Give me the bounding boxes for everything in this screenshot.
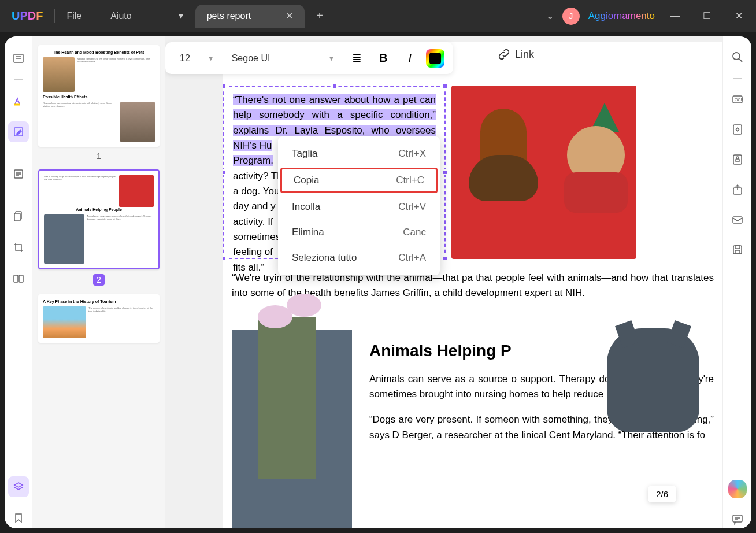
tab-list-dropdown[interactable]: ▾	[172, 8, 190, 25]
svg-rect-4	[14, 213, 20, 221]
close-button[interactable]: ✕	[727, 8, 750, 25]
pages-tool[interactable]	[8, 206, 29, 227]
color-picker-button[interactable]	[426, 49, 444, 68]
app-logo: UPDF	[12, 9, 43, 23]
share-icon[interactable]	[728, 180, 747, 199]
chevron-down-icon[interactable]: ⌄	[546, 10, 554, 21]
ctx-paste[interactable]: Incolla Ctrl+V	[278, 194, 440, 220]
context-menu: Taglia Ctrl+X Copia Ctrl+C Incolla Ctrl+…	[278, 136, 440, 275]
link-label: Link	[515, 49, 534, 61]
ctx-copy[interactable]: Copia Ctrl+C	[280, 168, 438, 193]
align-button[interactable]: ≣	[346, 48, 367, 69]
chevron-down-icon: ▼	[207, 54, 214, 62]
thumbnail-page-3[interactable]: A Key Phase in the History of Tourism Th…	[38, 294, 160, 343]
email-icon[interactable]	[728, 210, 747, 229]
cat-flowers-image	[232, 330, 352, 528]
comment-icon[interactable]	[728, 510, 747, 528]
svg-rect-12	[736, 159, 739, 162]
bookmark-tool[interactable]	[8, 508, 29, 528]
thumb-title: Animals Helping People	[44, 207, 154, 212]
crop-tool[interactable]	[8, 237, 29, 258]
font-name-value: Segoe UI	[232, 53, 270, 64]
thumbnail-page-2[interactable]: NIH is funding large-scale surveys to fi…	[38, 169, 160, 269]
svg-rect-14	[733, 217, 742, 223]
highlight-tool[interactable]	[8, 90, 29, 111]
maximize-button[interactable]: ☐	[695, 8, 718, 25]
svg-rect-15	[733, 246, 742, 254]
document-tab[interactable]: pets report ✕	[195, 5, 305, 28]
protect-icon[interactable]	[728, 150, 747, 169]
thumb-title: A Key Phase in the History of Tourism	[43, 299, 155, 304]
close-icon[interactable]: ✕	[286, 10, 293, 21]
svg-rect-6	[19, 275, 23, 282]
document-area: 12 ▼ Segoe UI ▼ ≣ B I Link	[165, 36, 722, 528]
svg-rect-18	[733, 515, 742, 522]
user-avatar[interactable]: J	[562, 8, 580, 25]
svg-rect-10	[733, 125, 742, 134]
add-tab-button[interactable]: +	[316, 9, 323, 23]
ocr-icon[interactable]: OCR	[728, 90, 747, 109]
ctx-cut[interactable]: Taglia Ctrl+X	[278, 141, 440, 166]
font-size-value: 12	[180, 53, 190, 64]
organize-tool[interactable]	[8, 164, 29, 184]
thumbnail-page-1[interactable]: The Health and Mood-Boosting Benefits of…	[38, 45, 160, 147]
compare-tool[interactable]	[8, 268, 29, 289]
page-number-1: 1	[38, 151, 160, 161]
svg-rect-16	[735, 246, 740, 249]
convert-icon[interactable]	[728, 120, 747, 139]
right-toolbar: OCR	[722, 36, 751, 528]
titlebar: UPDF File Aiuto ▾ pets report ✕ + ⌄ J Ag…	[0, 0, 756, 32]
text-format-toolbar: 12 ▼ Segoe UI ▼ ≣ B I	[165, 42, 453, 74]
thumb-subtitle: Possible Health Effects	[43, 94, 155, 99]
menu-help[interactable]: Aiuto	[110, 11, 131, 21]
search-icon[interactable]	[728, 48, 747, 66]
font-family-select[interactable]: Segoe UI ▼	[226, 53, 341, 64]
ctx-delete[interactable]: Elimina Canc	[278, 220, 440, 245]
dogs-christmas-image	[451, 86, 636, 259]
menu-file[interactable]: File	[66, 11, 81, 21]
upgrade-button[interactable]: Aggiornamento	[588, 10, 655, 22]
ai-icon[interactable]	[728, 480, 747, 498]
bold-button[interactable]: B	[373, 48, 394, 69]
chevron-down-icon: ▼	[328, 54, 335, 62]
svg-rect-17	[735, 250, 740, 254]
tab-title: pets report	[207, 11, 251, 21]
page-number-2: 2	[93, 274, 105, 286]
svg-rect-5	[14, 275, 18, 282]
page-content: “There's not one answer about how a pet …	[223, 42, 722, 528]
ctx-select-all[interactable]: Seleziona tutto Ctrl+A	[278, 245, 440, 271]
thumbnails-panel: The Health and Mood-Boosting Benefits of…	[32, 36, 165, 528]
minimize-button[interactable]: —	[664, 8, 687, 25]
link-tool[interactable]: Link	[498, 48, 534, 61]
save-icon[interactable]	[728, 240, 747, 259]
italic-button[interactable]: I	[399, 48, 420, 69]
thumb-title: The Health and Mood-Boosting Benefits of…	[43, 50, 155, 55]
svg-text:OCR: OCR	[735, 98, 744, 102]
reader-tool[interactable]	[8, 48, 29, 69]
svg-point-7	[733, 53, 740, 60]
layers-tool[interactable]	[8, 476, 29, 497]
page-indicator[interactable]: 2/6	[648, 486, 676, 502]
edit-tool[interactable]	[8, 121, 29, 142]
link-icon	[498, 48, 510, 61]
left-toolbar	[5, 36, 32, 528]
font-size-select[interactable]: 12 ▼	[174, 53, 220, 64]
divider	[54, 9, 55, 23]
